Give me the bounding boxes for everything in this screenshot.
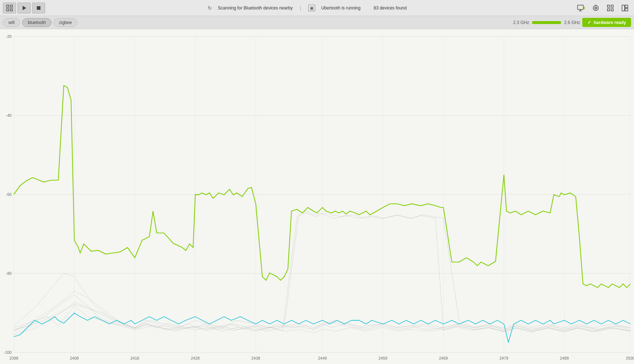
freq-high-label: 2.6 GHz (564, 20, 580, 25)
svg-rect-0 (7, 5, 9, 7)
toolbar: ↻ Scanning for Bluetooth devices nearby … (0, 0, 634, 16)
scanning-text: Scanning for Bluetooth devices nearby (218, 5, 293, 11)
checkmark-icon: ✓ (587, 20, 591, 25)
tab-zigbee[interactable]: zigbee (54, 18, 77, 27)
svg-text:2418: 2418 (130, 356, 139, 360)
status-section: ↻ Scanning for Bluetooth devices nearby … (208, 5, 407, 11)
svg-rect-3 (10, 9, 12, 11)
svg-rect-9 (584, 7, 585, 9)
svg-text:2479: 2479 (500, 356, 508, 360)
status-divider: | (300, 5, 301, 11)
devices-found: 83 devices found (373, 5, 407, 11)
stop-button[interactable] (32, 3, 45, 13)
ubertooth-icon: ▣ (308, 5, 315, 11)
svg-rect-20 (625, 5, 628, 8)
svg-rect-21 (625, 8, 628, 11)
svg-rect-5 (37, 6, 40, 10)
refresh-icon: ↻ (208, 5, 212, 11)
chart-container: -20 -40 -60 -80 -100 2398 2408 2418 2428… (0, 29, 634, 364)
grid2-button[interactable] (604, 3, 617, 13)
svg-text:2428: 2428 (191, 356, 200, 360)
svg-text:-60: -60 (6, 192, 12, 197)
svg-text:2398: 2398 (9, 356, 18, 360)
svg-point-14 (595, 4, 596, 5)
freq-bar (532, 21, 561, 24)
hardware-ready-badge: ✓ hardware ready (582, 18, 631, 27)
toolbar-right (575, 3, 631, 13)
svg-rect-22 (0, 29, 634, 364)
svg-text:2469: 2469 (439, 356, 448, 360)
hardware-ready-text: hardware ready (594, 20, 626, 25)
ubertooth-text: Ubertooth is running (321, 5, 360, 11)
svg-point-12 (595, 8, 596, 8)
svg-text:-40: -40 (6, 113, 12, 118)
svg-text:2500: 2500 (626, 356, 634, 360)
svg-rect-1 (10, 5, 12, 7)
play-button[interactable] (17, 3, 31, 13)
svg-rect-2 (7, 9, 9, 11)
svg-text:-100: -100 (4, 350, 12, 355)
svg-text:2459: 2459 (379, 356, 387, 360)
freq-low-label: 2.3 GHz (513, 20, 529, 25)
tabs-bar: wifi bluetooth zigbee 2.3 GHz 2.6 GHz ✓ … (0, 16, 634, 29)
svg-rect-15 (607, 5, 610, 7)
svg-text:2408: 2408 (70, 356, 79, 360)
svg-text:-20: -20 (6, 34, 12, 39)
spectrum-chart[interactable]: -20 -40 -60 -80 -100 2398 2408 2418 2428… (0, 29, 634, 364)
svg-rect-16 (611, 5, 613, 7)
svg-text:2438: 2438 (251, 356, 260, 360)
svg-rect-18 (611, 9, 613, 11)
svg-rect-17 (607, 9, 610, 11)
split-button[interactable] (619, 3, 631, 13)
svg-text:2449: 2449 (318, 356, 327, 360)
svg-text:2489: 2489 (560, 356, 569, 360)
svg-text:-80: -80 (6, 271, 12, 276)
tab-bluetooth[interactable]: bluetooth (22, 18, 51, 27)
grid-button[interactable] (3, 3, 16, 13)
tab-wifi[interactable]: wifi (3, 18, 20, 27)
freq-range: 2.3 GHz 2.6 GHz (513, 20, 580, 25)
monitor-button[interactable] (575, 3, 587, 13)
antenna-button[interactable] (590, 3, 602, 13)
svg-marker-4 (23, 6, 26, 10)
svg-rect-6 (578, 5, 583, 9)
svg-rect-19 (622, 5, 625, 11)
